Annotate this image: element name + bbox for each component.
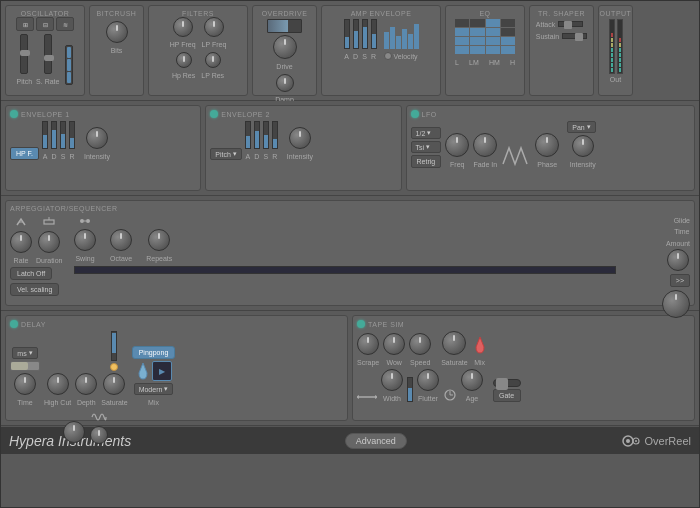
swing-knob[interactable] <box>74 229 96 251</box>
delay-time-knob[interactable] <box>14 373 36 395</box>
lfo-freq-knob[interactable] <box>445 133 469 157</box>
width-knob[interactable] <box>381 369 403 391</box>
age-knob[interactable] <box>461 369 483 391</box>
bits-knob[interactable] <box>106 21 128 43</box>
overdrive-panel: OVERDRIVE Drive Damp <box>252 5 317 96</box>
env2-d: D <box>254 153 259 160</box>
delay-depth-label: Depth <box>77 399 96 406</box>
speed-knob[interactable] <box>409 333 431 355</box>
lfo-panel: LFO 1/2▾ Tsi▾ Retrig Freq <box>406 105 695 191</box>
env1-intensity-knob[interactable] <box>86 127 108 149</box>
lfo-half-dropdown[interactable]: 1/2▾ <box>411 127 442 139</box>
lfo-freq-label: Freq <box>450 161 464 168</box>
advanced-button[interactable]: Advanced <box>345 433 407 449</box>
delay-led[interactable] <box>10 320 18 328</box>
env2-s-slider[interactable] <box>263 121 269 149</box>
time-label: Time <box>674 228 689 235</box>
steps-knob[interactable] <box>662 290 690 318</box>
lfo-led[interactable] <box>411 110 419 118</box>
env1-s-slider[interactable] <box>60 121 66 149</box>
svg-point-4 <box>86 219 90 223</box>
tape-saturate-knob[interactable] <box>442 331 466 355</box>
speed-label: Speed <box>410 359 430 366</box>
env2-led[interactable] <box>210 110 218 118</box>
drive-knob[interactable] <box>273 35 297 59</box>
env2-pitch-dropdown[interactable]: Pitch▾ <box>210 148 242 160</box>
duration-knob[interactable] <box>38 231 60 253</box>
bits-label: Bits <box>111 47 123 54</box>
age-clock-icon <box>443 388 457 402</box>
env1-r-slider[interactable] <box>69 121 75 149</box>
envelope2-panel: ENVELOPE 2 Pitch▾ A <box>205 105 401 191</box>
oscillator-panel: OSCILLATOR ⊞ ⊟ ≋ Pitch S. Rate <box>5 5 85 96</box>
rate-knob[interactable] <box>10 231 32 253</box>
rate-label: Rate <box>14 257 29 264</box>
tape-sim-panel: TAPE SIM Scrape Wow Speed Saturate <box>352 315 695 421</box>
bitcrush-panel: BITCRUSH Bits <box>89 5 144 96</box>
double-arrow-btn[interactable]: >> <box>670 274 690 287</box>
scrape-knob[interactable] <box>357 333 379 355</box>
hp-res-knob[interactable] <box>176 52 192 68</box>
vel-scaling-btn[interactable]: Vel. scaling <box>10 283 59 296</box>
env2-r-slider[interactable] <box>272 121 278 149</box>
delay-saturate-knob[interactable] <box>103 373 125 395</box>
flutter-label: Flutter <box>418 395 438 402</box>
octave-knob[interactable] <box>110 229 132 251</box>
srate-slider[interactable] <box>44 34 52 74</box>
delay-panel: DELAY ms▾ Time High Cu <box>5 315 348 421</box>
osc-btn-3[interactable]: ≋ <box>56 17 74 31</box>
pingpong-btn[interactable]: Pingpong <box>132 346 176 359</box>
env1-a-slider[interactable] <box>42 121 48 149</box>
lfo-fade-in-label: Fade In <box>473 161 497 168</box>
lfo-phase-knob[interactable] <box>535 133 559 157</box>
lfo-tsi-dropdown[interactable]: Tsi▾ <box>411 141 442 153</box>
tape-title: TAPE SIM <box>368 321 404 328</box>
lfo-intensity-knob[interactable] <box>572 135 594 157</box>
glide-amount-knob[interactable] <box>667 249 689 271</box>
amp-r-label: R <box>371 53 376 60</box>
tape-drop-icon <box>472 335 488 355</box>
rate-wave-icon <box>91 409 107 425</box>
latch-btn[interactable]: Latch Off <box>10 267 52 280</box>
lfo-fade-in-knob[interactable] <box>473 133 497 157</box>
age-label: Age <box>466 395 478 402</box>
tape-led[interactable] <box>357 320 365 328</box>
osc-btn-2[interactable]: ⊟ <box>36 17 54 31</box>
svg-marker-9 <box>375 395 377 399</box>
low-cut-knob[interactable] <box>63 421 85 443</box>
env1-r: R <box>69 153 74 160</box>
env1-d-slider[interactable] <box>51 121 57 149</box>
lfo-pan-dropdown[interactable]: Pan▾ <box>567 121 595 133</box>
svg-point-14 <box>626 439 630 443</box>
env2-a-slider[interactable] <box>245 121 251 149</box>
swing-icon <box>79 215 91 227</box>
hp-res-label: Hp Res <box>172 72 195 79</box>
flutter-knob[interactable] <box>417 369 439 391</box>
env2-intensity-knob[interactable] <box>289 127 311 149</box>
oscillator-title: OSCILLATOR <box>21 10 70 17</box>
osc-btn-1[interactable]: ⊞ <box>16 17 34 31</box>
high-cut-knob[interactable] <box>47 373 69 395</box>
env1-led[interactable] <box>10 110 18 118</box>
lfo-waveform-display <box>501 144 531 168</box>
mix-label: Mix <box>148 399 159 406</box>
hp-freq-knob[interactable] <box>173 17 193 37</box>
env1-hp-btn[interactable]: HP F. <box>10 147 39 160</box>
delay-depth-knob[interactable] <box>75 373 97 395</box>
drive-label: Drive <box>276 63 292 70</box>
damp-knob[interactable] <box>276 74 294 92</box>
svg-point-3 <box>80 219 84 223</box>
lp-res-knob[interactable] <box>205 52 221 68</box>
delay-ms-dropdown[interactable]: ms▾ <box>12 347 37 359</box>
env2-d-slider[interactable] <box>254 121 260 149</box>
lfo-retrig-btn[interactable]: Retrig <box>411 155 442 168</box>
lp-freq-knob[interactable] <box>204 17 224 37</box>
modern-btn[interactable]: Modern▾ <box>134 383 174 395</box>
env2-intensity-label: Intensity <box>287 153 313 160</box>
pitch-slider[interactable] <box>20 34 28 74</box>
gate-btn[interactable]: Gate <box>493 389 521 402</box>
pitch-label: Pitch <box>17 78 33 85</box>
width-label: Width <box>383 395 401 402</box>
repeats-knob[interactable] <box>148 229 170 251</box>
wow-knob[interactable] <box>383 333 405 355</box>
